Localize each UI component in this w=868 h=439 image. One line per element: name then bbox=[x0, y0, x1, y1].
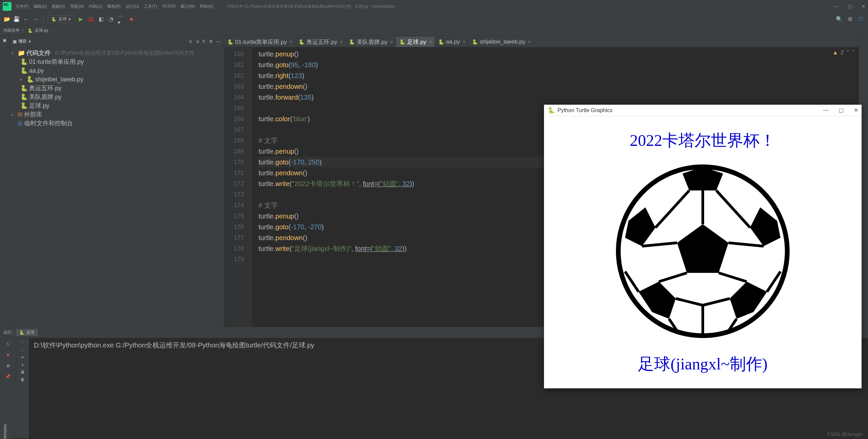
close-tab-icon[interactable]: × bbox=[463, 39, 465, 45]
profile-icon[interactable]: ◔ bbox=[107, 16, 115, 23]
breadcrumb: 代码文件 〉 🐍 足球.py bbox=[0, 26, 868, 36]
menu-run[interactable]: 运行(U) bbox=[125, 4, 139, 9]
collapse-all-icon[interactable]: ⇱ bbox=[202, 39, 206, 44]
tab-label: 足球.py bbox=[407, 38, 426, 46]
soccer-ball bbox=[615, 163, 791, 339]
run-config-selector[interactable]: 🐍足球▾ bbox=[48, 15, 74, 23]
editor-tab[interactable]: 🐍 美队盾牌.py × bbox=[346, 37, 396, 47]
project-sidebar: ▣项目▾ ⊙ ⇲ ⇱ ⚙ — ▾📁 代码文件 G:\Python全栈运维开发\0… bbox=[9, 36, 224, 327]
menu-view[interactable]: 视图(V) bbox=[52, 4, 65, 9]
turtle-minimize[interactable]: — bbox=[823, 107, 828, 113]
warning-icon: ▲ bbox=[833, 50, 838, 56]
run-tab[interactable]: 🐍足球 bbox=[16, 329, 38, 336]
app-logo bbox=[3, 2, 11, 11]
python-file-icon: 🐍 bbox=[28, 28, 33, 33]
turtle-maximize[interactable]: ▢ bbox=[839, 107, 844, 113]
tab-label: 01-turtle简单应用.py bbox=[235, 38, 287, 46]
tree-file[interactable]: 🐍美队盾牌.py bbox=[9, 93, 224, 101]
stop-run-icon[interactable]: ■ bbox=[4, 351, 12, 359]
editor-tab[interactable]: 🐍 aa.py × bbox=[435, 37, 469, 47]
menu-help[interactable]: 帮助(H) bbox=[200, 4, 214, 9]
python-file-icon: 🐍 bbox=[349, 39, 355, 45]
close-tab-icon[interactable]: × bbox=[340, 39, 343, 45]
close-tab-icon[interactable]: × bbox=[429, 39, 432, 45]
sidebar-title: 项目 bbox=[19, 38, 27, 44]
coverage-icon[interactable]: ◧ bbox=[97, 16, 105, 23]
more-run-icon[interactable]: ⋯▾ bbox=[118, 16, 125, 23]
close-tab-icon[interactable]: × bbox=[528, 39, 531, 45]
inspection-status[interactable]: ▲ 2 ˄ ˅ bbox=[833, 49, 854, 56]
tree-file[interactable]: 🐍足球.py bbox=[9, 101, 224, 110]
editor-tabs: 🐍 01-turtle简单应用.py × 🐍 奥运五环.py × 🐍 美队盾牌.… bbox=[224, 36, 859, 47]
sidebar-settings-icon[interactable]: ⚙ bbox=[209, 39, 213, 44]
bookmarks-tab[interactable]: Bookmarks bbox=[3, 424, 7, 439]
close-tab-icon[interactable]: × bbox=[290, 39, 292, 45]
search-icon[interactable]: 🔍 bbox=[836, 16, 843, 23]
turtle-text-bottom: 足球(jiangxl~制作) bbox=[544, 353, 862, 375]
tree-file[interactable]: ▸ 🐍shijeibei_laeeb.py bbox=[9, 75, 224, 84]
python-file-icon: 🐍 bbox=[299, 39, 304, 45]
toolbar: 📂 💾 ← → 🐍足球▾ ▶ 🐞 ◧ ◔ ⋯▾ ■ 🔍 ⚙ 🛡 bbox=[0, 13, 868, 26]
tree-external-libs[interactable]: ▸⊞外部库 bbox=[9, 110, 224, 119]
scroll-end-icon[interactable]: ⤓ bbox=[21, 362, 24, 367]
stop-icon[interactable]: ■ bbox=[128, 16, 135, 23]
menu-vcs[interactable]: VCS(S) bbox=[162, 4, 176, 9]
project-tree: ▾📁 代码文件 G:\Python全栈运维开发\08-Python海龟绘图tur… bbox=[9, 47, 224, 129]
debug-icon[interactable]: 🐞 bbox=[87, 16, 95, 23]
shield-icon[interactable]: 🛡 bbox=[857, 16, 865, 23]
close-button[interactable]: ✕ bbox=[862, 4, 865, 9]
soft-wrap-icon[interactable]: ↩ bbox=[21, 355, 24, 360]
turtle-titlebar[interactable]: 🐍 Python Turtle Graphics — ▢ ✕ bbox=[544, 105, 862, 116]
pin-icon[interactable]: 📌 bbox=[4, 372, 12, 381]
editor-tab[interactable]: 🐍 奥运五环.py × bbox=[295, 37, 346, 47]
print-icon[interactable]: 🖶 bbox=[21, 370, 25, 375]
tree-file[interactable]: 🐍aa.py bbox=[9, 66, 224, 75]
hide-sidebar-icon[interactable]: — bbox=[216, 39, 220, 44]
chevron-down-icon[interactable]: ˅ bbox=[852, 49, 854, 56]
run-config-name: 足球 bbox=[58, 16, 67, 22]
footer-credit: CSDN @Jiangxl~ bbox=[827, 432, 864, 437]
project-tool-toggle[interactable]: ▣ bbox=[3, 38, 6, 43]
python-icon: 🐍 bbox=[547, 107, 555, 114]
forward-icon[interactable]: → bbox=[32, 16, 39, 23]
line-gutter: 1601611621631641651661671681691701711721… bbox=[224, 47, 252, 327]
menu-refactor[interactable]: 重构(R) bbox=[107, 4, 121, 9]
save-icon[interactable]: 💾 bbox=[13, 16, 20, 23]
maximize-button[interactable]: ▢ bbox=[848, 4, 852, 9]
breadcrumb-file[interactable]: 足球.py bbox=[35, 28, 48, 33]
run-label: 运行: bbox=[3, 330, 13, 335]
rerun-icon[interactable]: ↻ bbox=[4, 340, 12, 348]
minimize-button[interactable]: — bbox=[834, 4, 838, 9]
turtle-window[interactable]: 🐍 Python Turtle Graphics — ▢ ✕ 2022卡塔尔世界… bbox=[544, 105, 862, 388]
menu-edit[interactable]: 编辑(E) bbox=[33, 4, 47, 9]
down-icon[interactable]: ↓ bbox=[22, 347, 24, 352]
editor-tab[interactable]: 🐍 shijeibei_laeeb.py × bbox=[469, 37, 534, 47]
menu-tools[interactable]: 工具(T) bbox=[144, 4, 157, 9]
open-icon[interactable]: 📂 bbox=[3, 16, 11, 23]
menu-file[interactable]: 文件(F) bbox=[16, 4, 29, 9]
settings-icon[interactable]: ⚙ bbox=[846, 16, 854, 23]
close-tab-icon[interactable]: × bbox=[390, 39, 393, 45]
run-icon[interactable]: ▶ bbox=[77, 16, 84, 23]
tree-root[interactable]: ▾📁 代码文件 G:\Python全栈运维开发\08-Python海龟绘图tur… bbox=[9, 49, 224, 57]
up-icon[interactable]: ↑ bbox=[22, 340, 24, 345]
editor-tab[interactable]: 🐍 01-turtle简单应用.py × bbox=[224, 37, 295, 47]
editor-tab[interactable]: 🐍 足球.py × bbox=[396, 37, 435, 47]
tree-scratches[interactable]: ◎临时文件和控制台 bbox=[9, 119, 224, 128]
layout-icon[interactable]: ⊞ bbox=[4, 362, 12, 370]
turtle-canvas: 2022卡塔尔世界杯！ bbox=[544, 116, 862, 388]
tree-file[interactable]: 🐍01-turtle简单应用.py bbox=[9, 57, 224, 66]
menu-code[interactable]: 代码(C) bbox=[89, 4, 102, 9]
breadcrumb-root[interactable]: 代码文件 bbox=[3, 28, 20, 33]
clear-icon[interactable]: 🗑 bbox=[21, 377, 25, 382]
menu-navigate[interactable]: 导航(N) bbox=[70, 4, 84, 9]
title-bar: 文件(F) 编辑(E) 视图(V) 导航(N) 代码(C) 重构(R) 运行(U… bbox=[0, 0, 868, 13]
back-icon[interactable]: ← bbox=[22, 16, 30, 23]
turtle-close[interactable]: ✕ bbox=[854, 107, 858, 113]
tree-file[interactable]: 🐍奥运五环.py bbox=[9, 84, 224, 93]
tab-label: aa.py bbox=[446, 38, 460, 45]
select-opened-icon[interactable]: ⊙ bbox=[189, 39, 192, 44]
menu-window[interactable]: 窗口(W) bbox=[180, 4, 195, 9]
expand-all-icon[interactable]: ⇲ bbox=[196, 39, 199, 44]
chevron-up-icon[interactable]: ˄ bbox=[846, 49, 849, 56]
